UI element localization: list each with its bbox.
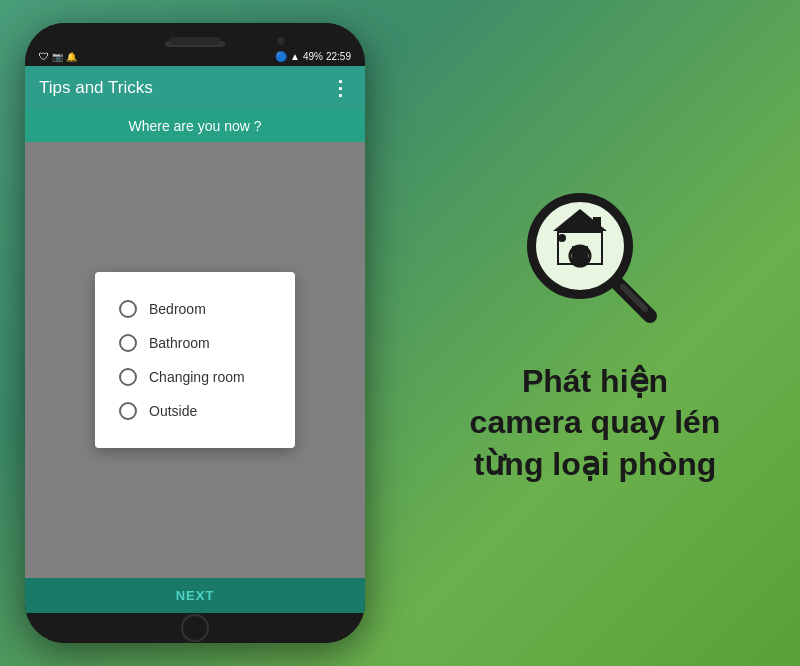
promo-line1: Phát hiện <box>470 361 721 403</box>
svg-point-9 <box>558 234 566 242</box>
subtitle-text: Where are you now ? <box>128 118 261 134</box>
radio-circle-bedroom <box>119 300 137 318</box>
camera-icon: 📷 <box>52 52 63 62</box>
more-options-icon[interactable]: ⋮ <box>330 76 351 100</box>
next-button-bar[interactable]: NEXT <box>25 578 365 613</box>
subtitle-bar: Where are you now ? <box>25 110 365 142</box>
app-title: Tips and Tricks <box>39 78 153 98</box>
search-house-icon <box>515 181 675 341</box>
radio-bedroom[interactable]: Bedroom <box>119 292 271 326</box>
svg-point-8 <box>575 251 585 261</box>
phone-speaker <box>170 37 220 45</box>
phone-mockup: 🛡 📷 🔔 🔵 ▲ 49% 22:59 Tips and Tricks ⋮ Wh… <box>0 0 390 666</box>
room-selection-dialog: Bedroom Bathroom Changing room Outside <box>95 272 295 448</box>
bathroom-label: Bathroom <box>149 335 210 351</box>
clock-time: 22:59 <box>326 51 351 62</box>
app-bar: Tips and Tricks ⋮ <box>25 66 365 110</box>
radio-changing-room[interactable]: Changing room <box>119 360 271 394</box>
battery-percentage: 49% <box>303 51 323 62</box>
screen-content: Bedroom Bathroom Changing room Outside <box>25 142 365 578</box>
radio-circle-outside <box>119 402 137 420</box>
search-house-svg <box>515 181 675 341</box>
bell-icon: 🔔 <box>66 52 77 62</box>
home-button[interactable] <box>181 614 209 642</box>
bedroom-label: Bedroom <box>149 301 206 317</box>
svg-rect-6 <box>593 217 601 231</box>
status-right-icons: 🔵 ▲ 49% 22:59 <box>275 51 351 62</box>
promo-line3: từng loại phòng <box>470 444 721 486</box>
next-label: NEXT <box>176 588 215 603</box>
phone-camera-dot <box>277 37 285 45</box>
radio-outside[interactable]: Outside <box>119 394 271 428</box>
status-left-icons: 🛡 📷 🔔 <box>39 51 77 62</box>
bluetooth-icon: 🔵 <box>275 51 287 62</box>
radio-circle-changing-room <box>119 368 137 386</box>
radio-circle-bathroom <box>119 334 137 352</box>
phone-body: 🛡 📷 🔔 🔵 ▲ 49% 22:59 Tips and Tricks ⋮ Wh… <box>25 23 365 643</box>
promo-text: Phát hiện camera quay lén từng loại phòn… <box>470 361 721 486</box>
outside-label: Outside <box>149 403 197 419</box>
wifi-signal-icon: ▲ <box>290 51 300 62</box>
changing-room-label: Changing room <box>149 369 245 385</box>
shield-icon: 🛡 <box>39 51 49 62</box>
radio-bathroom[interactable]: Bathroom <box>119 326 271 360</box>
phone-bottom-bar <box>25 613 365 643</box>
promo-line2: camera quay lén <box>470 402 721 444</box>
right-panel: Phát hiện camera quay lén từng loại phòn… <box>390 161 800 506</box>
